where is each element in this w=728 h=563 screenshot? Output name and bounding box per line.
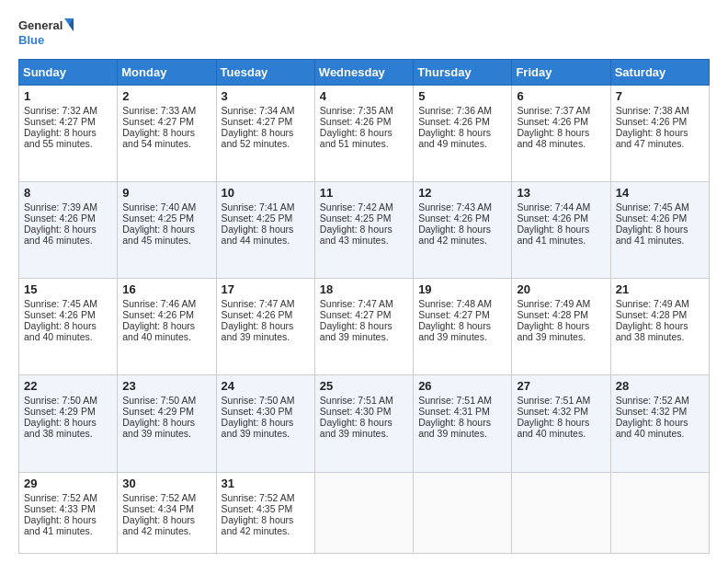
daylight-line: Daylight: 8 hours and 39 minutes.: [517, 320, 605, 342]
sunset-line: Sunset: 4:27 PM: [122, 116, 210, 127]
daylight-line: Daylight: 8 hours and 39 minutes.: [418, 320, 506, 342]
daylight-line: Daylight: 8 hours and 38 minutes.: [24, 417, 112, 439]
calendar-cell: 18Sunrise: 7:47 AMSunset: 4:27 PMDayligh…: [314, 279, 413, 375]
sunset-line: Sunset: 4:26 PM: [320, 116, 408, 127]
calendar-cell: 9Sunrise: 7:40 AMSunset: 4:25 PMDaylight…: [118, 182, 216, 279]
daylight-line: Daylight: 8 hours and 41 minutes.: [616, 224, 704, 246]
day-number: 15: [24, 282, 112, 296]
sunset-line: Sunset: 4:34 PM: [122, 503, 210, 514]
day-number: 16: [122, 282, 210, 296]
calendar-cell: 3Sunrise: 7:34 AMSunset: 4:27 PMDaylight…: [216, 86, 314, 182]
calendar-cell: 6Sunrise: 7:37 AMSunset: 4:26 PMDaylight…: [512, 86, 610, 182]
sunset-line: Sunset: 4:31 PM: [418, 406, 506, 417]
calendar-cell: 12Sunrise: 7:43 AMSunset: 4:26 PMDayligh…: [414, 182, 512, 279]
day-header-thursday: Thursday: [414, 60, 512, 86]
sunrise-line: Sunrise: 7:45 AM: [24, 298, 112, 309]
day-header-wednesday: Wednesday: [314, 60, 413, 86]
sunset-line: Sunset: 4:26 PM: [616, 116, 704, 127]
sunset-line: Sunset: 4:26 PM: [418, 116, 506, 127]
day-header-monday: Monday: [118, 60, 216, 86]
daylight-line: Daylight: 8 hours and 42 minutes.: [418, 224, 506, 246]
day-number: 27: [517, 379, 605, 393]
sunset-line: Sunset: 4:27 PM: [222, 116, 310, 127]
sunrise-line: Sunrise: 7:35 AM: [320, 105, 408, 116]
day-number: 29: [24, 477, 112, 490]
day-number: 8: [24, 186, 112, 200]
day-number: 12: [418, 186, 506, 200]
sunset-line: Sunset: 4:32 PM: [517, 406, 605, 417]
calendar-week-row: 22Sunrise: 7:50 AMSunset: 4:29 PMDayligh…: [19, 375, 710, 472]
sunrise-line: Sunrise: 7:43 AM: [418, 201, 506, 213]
calendar-table: SundayMondayTuesdayWednesdayThursdayFrid…: [18, 59, 710, 554]
calendar-cell: 26Sunrise: 7:51 AMSunset: 4:31 PMDayligh…: [414, 375, 512, 472]
calendar-cell: 13Sunrise: 7:44 AMSunset: 4:26 PMDayligh…: [512, 182, 610, 279]
calendar-cell: 4Sunrise: 7:35 AMSunset: 4:26 PMDaylight…: [314, 86, 413, 182]
calendar-week-row: 1Sunrise: 7:32 AMSunset: 4:27 PMDaylight…: [19, 86, 710, 182]
calendar-cell: [414, 472, 512, 553]
daylight-line: Daylight: 8 hours and 44 minutes.: [222, 224, 310, 246]
calendar-cell: 8Sunrise: 7:39 AMSunset: 4:26 PMDaylight…: [19, 182, 118, 279]
daylight-line: Daylight: 8 hours and 48 minutes.: [517, 127, 605, 149]
day-number: 4: [320, 89, 408, 103]
day-number: 24: [222, 379, 310, 393]
day-number: 3: [222, 89, 310, 103]
sunrise-line: Sunrise: 7:47 AM: [320, 298, 408, 309]
sunset-line: Sunset: 4:26 PM: [222, 309, 310, 320]
sunset-line: Sunset: 4:25 PM: [122, 213, 210, 224]
day-number: 19: [418, 282, 506, 296]
svg-text:Blue: Blue: [18, 33, 44, 47]
calendar-cell: 23Sunrise: 7:50 AMSunset: 4:29 PMDayligh…: [118, 375, 216, 472]
daylight-line: Daylight: 8 hours and 43 minutes.: [320, 224, 408, 246]
calendar-cell: 31Sunrise: 7:52 AMSunset: 4:35 PMDayligh…: [216, 472, 314, 553]
calendar-cell: 15Sunrise: 7:45 AMSunset: 4:26 PMDayligh…: [19, 279, 118, 375]
calendar-cell: 28Sunrise: 7:52 AMSunset: 4:32 PMDayligh…: [610, 375, 709, 472]
sunrise-line: Sunrise: 7:51 AM: [320, 395, 408, 406]
daylight-line: Daylight: 8 hours and 39 minutes.: [222, 320, 310, 342]
calendar-cell: 1Sunrise: 7:32 AMSunset: 4:27 PMDaylight…: [19, 86, 118, 182]
sunrise-line: Sunrise: 7:46 AM: [122, 298, 210, 309]
calendar-cell: 20Sunrise: 7:49 AMSunset: 4:28 PMDayligh…: [512, 279, 610, 375]
sunrise-line: Sunrise: 7:50 AM: [122, 395, 210, 406]
calendar-cell: [610, 472, 709, 553]
day-number: 18: [320, 282, 408, 296]
daylight-line: Daylight: 8 hours and 40 minutes.: [616, 417, 704, 439]
day-number: 30: [122, 477, 210, 490]
daylight-line: Daylight: 8 hours and 45 minutes.: [122, 224, 210, 246]
daylight-line: Daylight: 8 hours and 40 minutes.: [517, 417, 605, 439]
day-number: 17: [222, 282, 310, 296]
calendar-cell: 21Sunrise: 7:49 AMSunset: 4:28 PMDayligh…: [610, 279, 709, 375]
day-number: 20: [517, 282, 605, 296]
sunset-line: Sunset: 4:27 PM: [418, 309, 506, 320]
sunrise-line: Sunrise: 7:49 AM: [616, 298, 704, 309]
svg-text:General: General: [18, 18, 63, 32]
sunrise-line: Sunrise: 7:36 AM: [418, 105, 506, 116]
sunrise-line: Sunrise: 7:45 AM: [616, 201, 704, 213]
sunset-line: Sunset: 4:29 PM: [24, 406, 112, 417]
daylight-line: Daylight: 8 hours and 39 minutes.: [418, 417, 506, 439]
calendar-cell: 24Sunrise: 7:50 AMSunset: 4:30 PMDayligh…: [216, 375, 314, 472]
sunrise-line: Sunrise: 7:42 AM: [320, 201, 408, 213]
sunrise-line: Sunrise: 7:52 AM: [122, 492, 210, 503]
daylight-line: Daylight: 8 hours and 41 minutes.: [24, 514, 112, 536]
sunrise-line: Sunrise: 7:48 AM: [418, 298, 506, 309]
sunset-line: Sunset: 4:25 PM: [320, 213, 408, 224]
sunrise-line: Sunrise: 7:51 AM: [517, 395, 605, 406]
calendar-week-row: 8Sunrise: 7:39 AMSunset: 4:26 PMDaylight…: [19, 182, 710, 279]
sunset-line: Sunset: 4:26 PM: [24, 213, 112, 224]
sunrise-line: Sunrise: 7:49 AM: [517, 298, 605, 309]
sunrise-line: Sunrise: 7:51 AM: [418, 395, 506, 406]
daylight-line: Daylight: 8 hours and 51 minutes.: [320, 127, 408, 149]
daylight-line: Daylight: 8 hours and 42 minutes.: [122, 514, 210, 536]
daylight-line: Daylight: 8 hours and 40 minutes.: [24, 320, 112, 342]
sunset-line: Sunset: 4:26 PM: [517, 213, 605, 224]
daylight-line: Daylight: 8 hours and 38 minutes.: [616, 320, 704, 342]
sunset-line: Sunset: 4:26 PM: [616, 213, 704, 224]
daylight-line: Daylight: 8 hours and 39 minutes.: [320, 320, 408, 342]
calendar-week-row: 15Sunrise: 7:45 AMSunset: 4:26 PMDayligh…: [19, 279, 710, 375]
day-number: 13: [517, 186, 605, 200]
sunset-line: Sunset: 4:25 PM: [222, 213, 310, 224]
day-header-friday: Friday: [512, 60, 610, 86]
sunset-line: Sunset: 4:26 PM: [517, 116, 605, 127]
calendar-cell: 7Sunrise: 7:38 AMSunset: 4:26 PMDaylight…: [610, 86, 709, 182]
calendar-cell: 10Sunrise: 7:41 AMSunset: 4:25 PMDayligh…: [216, 182, 314, 279]
